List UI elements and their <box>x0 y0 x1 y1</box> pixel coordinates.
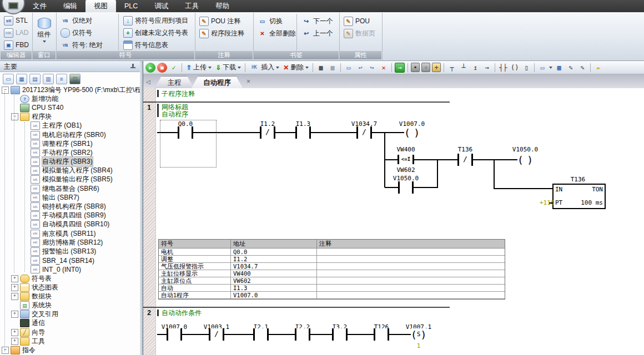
data-page-button[interactable]: 数据页 <box>342 27 382 39</box>
expand-toggle-icon[interactable] <box>11 275 18 282</box>
communication-view-icon[interactable]: ⊡ <box>69 74 80 84</box>
bookmark-prev-icon[interactable]: ↩ <box>355 63 365 73</box>
tree-item-label[interactable]: 系统块 <box>32 301 52 310</box>
edit-segment-comment-icon[interactable]: ✎ <box>577 63 587 73</box>
header-address[interactable]: 地址 <box>231 240 317 248</box>
segment-comment-button[interactable]: 程序段注释 <box>198 27 253 39</box>
pou-properties-button[interactable]: POU <box>342 15 382 27</box>
tab-scroll-left-icon[interactable]: ◁ <box>146 79 150 85</box>
symbol-table-row[interactable]: 气压低报警指示 V1034.7 <box>159 263 505 270</box>
tab-close-icon[interactable]: × <box>246 78 250 85</box>
no-contact[interactable] <box>374 328 389 341</box>
tree-item-label[interactable]: 报警输出 (SBR13) <box>42 247 96 256</box>
lock-add-icon[interactable]: + <box>432 63 441 72</box>
pou-comment-text[interactable]: 子程序注释 <box>162 89 195 99</box>
line-right-icon[interactable]: → <box>482 63 492 73</box>
tree-item-label[interactable]: 2017123编号 YP96-500 (F:\mxb\工控\程 <box>22 85 140 95</box>
tree-item[interactable]: 模拟量输入程序 (SBR4) <box>22 166 140 175</box>
bookmark-delete-all-button[interactable]: 全部删除 <box>256 27 298 39</box>
tree-item-label[interactable]: 手动模具四组 (SBR9) <box>42 211 106 220</box>
tree-item[interactable]: 程序块 <box>11 113 140 121</box>
tree-item[interactable]: CPU ST40 <box>11 103 140 112</box>
tree-item[interactable]: 交叉引用 <box>11 310 140 319</box>
symbol-table-icon[interactable]: ▦ <box>554 63 564 73</box>
output-coil[interactable]: () <box>404 126 420 139</box>
tree-item[interactable]: 符号表 <box>11 274 140 283</box>
upload-button[interactable]: ⇑上传 <box>185 63 213 72</box>
tree-item-label[interactable]: 新增功能 <box>32 94 58 104</box>
line-up-icon[interactable]: ↥ <box>470 63 480 73</box>
tree-item-label[interactable]: 指令 <box>22 346 36 355</box>
tree-item[interactable]: 自动模具四组 (SBR10) <box>22 220 140 229</box>
network-number[interactable]: 1 <box>143 104 155 111</box>
tree-item-label[interactable]: 主程序 (OB1) <box>42 121 82 130</box>
tree-item-label[interactable]: 通信 <box>32 318 45 328</box>
symbol-table-row[interactable]: 调整 I1.2 <box>159 256 505 263</box>
bookmark-next-button[interactable]: 下一个 <box>300 15 335 27</box>
tree-item[interactable]: 锁持机构程序 (SBR8) <box>22 202 140 211</box>
tree-item-label[interactable]: 继电器整合 (SBR6) <box>42 184 99 194</box>
set-coil-operand[interactable]: 1 <box>417 342 421 349</box>
expand-toggle-icon[interactable] <box>11 293 18 300</box>
select-network-icon[interactable]: ▩ <box>316 63 326 73</box>
menu-item[interactable]: 工具 <box>177 0 207 12</box>
stl-button[interactable]: stlSTL <box>2 14 32 27</box>
nc-contact[interactable] <box>356 126 372 139</box>
bookmark-clear-icon[interactable]: ✕ <box>379 63 389 73</box>
no-contact[interactable] <box>178 126 193 139</box>
network-comment[interactable]: 自动程序 <box>162 110 188 119</box>
address-format-dropdown-icon[interactable] <box>549 67 552 69</box>
operand-label[interactable]: T136 <box>458 146 473 153</box>
tree-item[interactable]: 状态图表 <box>11 283 140 292</box>
header-comment[interactable]: 注释 <box>317 240 505 248</box>
branch-up-icon[interactable]: ┴ <box>459 63 469 73</box>
tree-item-label[interactable]: 自动模具四组 (SBR10) <box>42 220 109 229</box>
insert-button[interactable]: HK插入 <box>248 63 280 73</box>
tree-item[interactable]: 手动模具四组 (SBR9) <box>22 211 140 220</box>
symbol-table-row[interactable]: 自动1程序 V1007.0 <box>159 292 505 299</box>
edit-pou-comment-icon[interactable]: ✎ <box>566 63 576 73</box>
menu-item[interactable]: 帮助 <box>207 0 238 12</box>
pin-icon[interactable] <box>130 64 135 69</box>
pou-comment-button[interactable]: POU 注释 <box>198 15 253 27</box>
bookmark-toggle-icon[interactable]: ▭ <box>344 63 354 73</box>
tree-item-label[interactable]: 锁持机构程序 (SBR8) <box>42 202 106 211</box>
compare-operand-1[interactable]: VW400 <box>396 146 415 153</box>
tree-item[interactable]: 向导 <box>11 328 140 337</box>
run-icon[interactable]: ▶ <box>145 63 155 73</box>
tree-item[interactable]: 电机启动程序 (SBR0) <box>22 130 140 139</box>
symbol-info-table-button[interactable]: 符号信息表 <box>122 39 190 51</box>
expand-toggle-icon[interactable] <box>2 347 9 354</box>
tree-item[interactable]: 主程序 (OB1) <box>22 121 140 130</box>
expand-toggle-icon[interactable] <box>11 329 18 336</box>
bookmark-next-icon[interactable]: ↪ <box>367 63 377 73</box>
no-contact[interactable] <box>295 126 311 139</box>
bookmark-prev-button[interactable]: 上一个 <box>300 27 335 39</box>
fbd-button[interactable]: ▣FBD <box>2 39 32 51</box>
no-contact[interactable] <box>398 181 414 194</box>
tree-item[interactable]: 输出 (SBR7) <box>22 193 140 202</box>
tree-item[interactable]: 报警输出 (SBR13) <box>22 247 140 256</box>
tree-item[interactable]: 2017123编号 YP96-500 (F:\mxb\工控\程 <box>2 85 140 94</box>
output-coil[interactable]: () <box>517 154 533 166</box>
lock-icon[interactable]: • <box>411 63 420 72</box>
tree-item[interactable]: 自动程序 (SBR3) <box>22 158 140 166</box>
address-format-icon[interactable]: ▭ <box>537 63 547 73</box>
no-contact[interactable] <box>167 328 182 341</box>
tree-item[interactable]: 手动程序 (SBR2) <box>22 148 140 157</box>
apply-symbols-button[interactable]: 将符号应用到项目 <box>122 14 190 27</box>
status-chart-view-icon[interactable]: ▦ <box>16 74 27 84</box>
pencil-icon[interactable]: ✏ <box>593 63 603 73</box>
menu-item[interactable]: PLC <box>116 0 146 12</box>
no-contact[interactable] <box>332 328 348 341</box>
tree-item-label[interactable]: SBR_14 (SBR14) <box>42 257 94 265</box>
tree-item[interactable]: 廊坊博格斯 (SBR12) <box>22 238 140 247</box>
tab-auto-program[interactable]: 自动程序 <box>191 76 243 89</box>
tree-item-label[interactable]: 数据块 <box>32 292 52 301</box>
insert-box-icon[interactable]: ▯ <box>521 63 531 73</box>
select-all-networks-icon[interactable]: ▩ <box>328 63 338 73</box>
tree-item[interactable]: 新增功能 <box>11 94 140 103</box>
expand-toggle-icon[interactable] <box>11 113 18 120</box>
tree-item[interactable]: 工具 <box>11 337 140 346</box>
compare-contact[interactable]: <=I <box>398 155 414 164</box>
